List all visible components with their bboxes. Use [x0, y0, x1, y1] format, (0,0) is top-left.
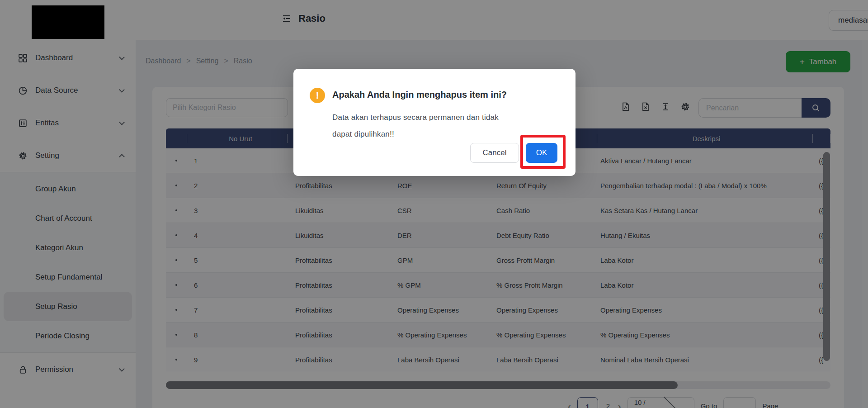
cancel-button[interactable]: Cancel [470, 143, 519, 163]
modal-title: Apakah Anda Ingin menghapus item ini? [332, 90, 507, 100]
ok-button[interactable]: OK [526, 143, 557, 163]
delete-confirm-modal: ! Apakah Anda Ingin menghapus item ini? … [293, 69, 576, 176]
modal-body-text: Data akan terhapus secara permanen dan t… [332, 109, 515, 142]
modal-overlay[interactable] [0, 0, 868, 408]
exclamation-warning-icon: ! [310, 88, 325, 103]
app-root: Dashboard Data Source Entitas [0, 0, 868, 408]
modal-footer: Cancel OK [470, 143, 557, 163]
